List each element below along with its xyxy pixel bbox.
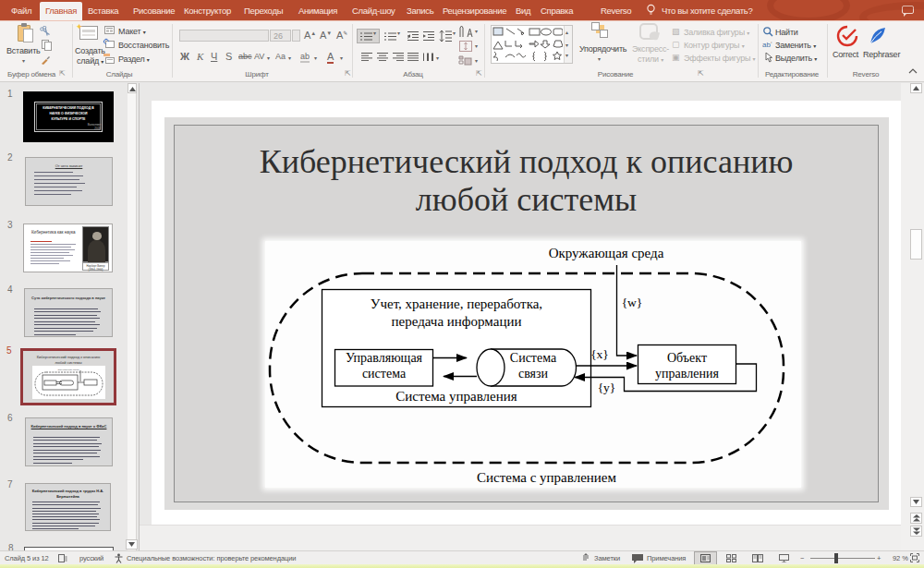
svg-text:передача информации: передача информации	[392, 314, 522, 329]
svg-text:Объект: Объект	[667, 351, 707, 365]
svg-text:Система управления: Система управления	[395, 389, 517, 404]
svg-text:Система: Система	[510, 351, 557, 365]
svg-text:управления: управления	[655, 367, 719, 381]
svg-text:Окружающая среда: Окружающая среда	[58, 369, 80, 371]
svg-text:{w}: {w}	[622, 296, 643, 309]
svg-text:Система с управлением: Система с управлением	[477, 470, 617, 485]
svg-text:Управляющая: Управляющая	[346, 351, 423, 365]
svg-text:система: система	[362, 367, 407, 381]
svg-text:{y}: {y}	[598, 381, 616, 394]
svg-text:связи: связи	[518, 367, 549, 381]
svg-text:{x}: {x}	[590, 347, 609, 361]
svg-text:Окружающая среда: Окружающая среда	[549, 246, 664, 260]
svg-text:Учет, хранение, переработка,: Учет, хранение, переработка,	[371, 296, 542, 311]
